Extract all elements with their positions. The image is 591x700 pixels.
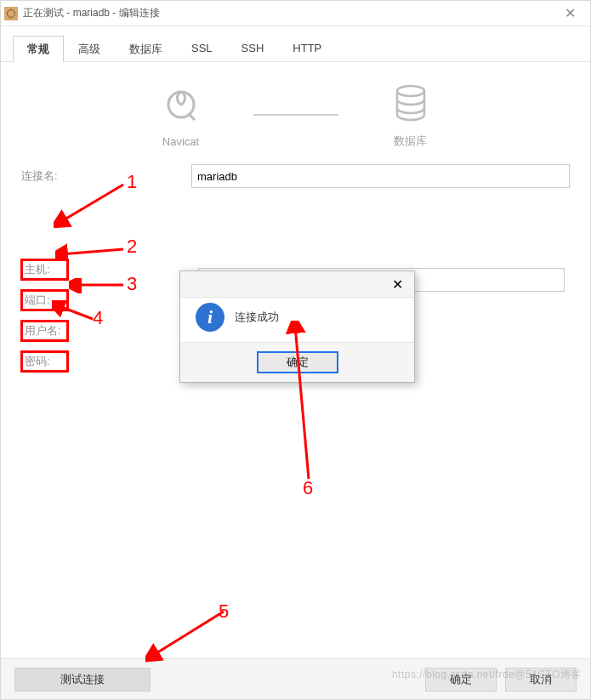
dialog-ok-button[interactable]: 确定 [257, 351, 338, 373]
tab-http[interactable]: HTTP [278, 36, 336, 62]
port-label: 端口: [21, 290, 68, 310]
field-labels-stack: 主机: 端口: 用户名: 密码: [21, 259, 68, 377]
conn-name-label: 连接名: [21, 168, 191, 184]
dialog-footer: 确定 [180, 343, 414, 382]
user-label: 用户名: [21, 321, 68, 341]
tab-ssl[interactable]: SSL [177, 36, 227, 62]
titlebar: 正在测试 - mariadb - 编辑连接 ✕ [1, 1, 590, 26]
info-icon: i [196, 303, 224, 332]
info-dialog: ✕ i 连接成功 确定 [179, 270, 415, 383]
tab-ssh[interactable]: SSH [227, 36, 279, 62]
content-area: Navicat 数据库 连接名: 主机: 端口: [1, 62, 590, 658]
footer-bar: 测试连接 确定 取消 [1, 658, 590, 699]
window-close-button[interactable]: ✕ [553, 2, 587, 26]
tab-general[interactable]: 常规 [13, 36, 64, 62]
dialog-titlebar: ✕ [180, 271, 414, 297]
window-title: 正在测试 - mariadb - 编辑连接 [23, 6, 553, 20]
test-connection-button[interactable]: 测试连接 [14, 668, 151, 691]
ok-button[interactable]: 确定 [425, 668, 497, 691]
navicat-label: Navicat [134, 135, 228, 148]
password-label: 密码: [21, 351, 68, 372]
conn-name-row: 连接名: [21, 164, 570, 188]
host-label: 主机: [21, 259, 68, 280]
navicat-icon-col: Navicat [134, 83, 228, 148]
dialog-close-button[interactable]: ✕ [380, 272, 414, 296]
database-icon-col: 数据库 [364, 81, 457, 149]
connector-line [253, 114, 338, 116]
tab-advanced[interactable]: 高级 [64, 36, 115, 62]
dialog-body: i 连接成功 [180, 297, 414, 343]
icons-row: Navicat 数据库 [21, 81, 570, 149]
tabs: 常规 高级 数据库 SSL SSH HTTP [1, 26, 590, 62]
app-icon [4, 7, 18, 20]
svg-point-2 [397, 86, 424, 96]
dialog-message: 连接成功 [235, 310, 279, 325]
conn-name-input[interactable] [191, 164, 570, 188]
tab-database[interactable]: 数据库 [115, 36, 177, 62]
database-icon [392, 84, 429, 125]
database-label: 数据库 [364, 134, 457, 149]
svg-line-1 [190, 115, 195, 120]
navicat-icon [161, 86, 202, 127]
window: 正在测试 - mariadb - 编辑连接 ✕ 常规 高级 数据库 SSL SS… [0, 0, 591, 700]
cancel-button[interactable]: 取消 [505, 668, 577, 691]
